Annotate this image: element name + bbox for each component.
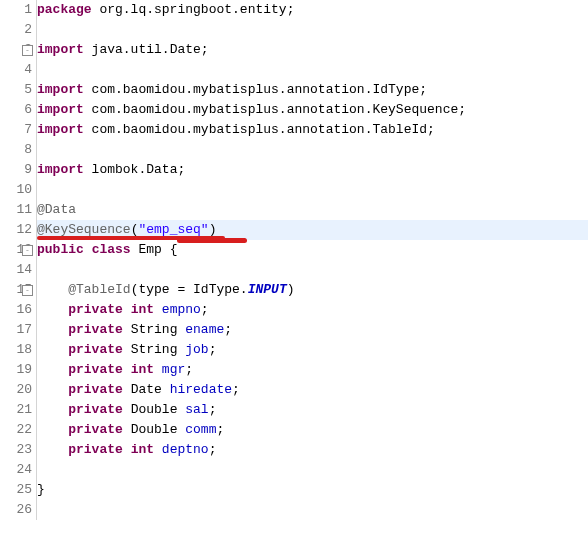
- line-number: 6: [0, 100, 32, 120]
- line-number: 18: [0, 340, 32, 360]
- line-number: 10: [0, 180, 32, 200]
- line-number: 17: [0, 320, 32, 340]
- code-line: package org.lq.springboot.entity;: [37, 0, 588, 20]
- line-number: 3-: [0, 40, 32, 60]
- line-number: 2: [0, 20, 32, 40]
- code-line: [37, 20, 588, 40]
- line-number: 14: [0, 260, 32, 280]
- line-number: 21: [0, 400, 32, 420]
- fold-toggle-icon[interactable]: -: [22, 45, 33, 56]
- fold-toggle-icon[interactable]: -: [22, 245, 33, 256]
- line-number: 12: [0, 220, 32, 240]
- code-line: private Double sal;: [37, 400, 588, 420]
- line-number: 11: [0, 200, 32, 220]
- code-line: [37, 140, 588, 160]
- code-line: @TableId(type = IdType.INPUT): [37, 280, 588, 300]
- code-line: [37, 260, 588, 280]
- line-number: 7: [0, 120, 32, 140]
- code-line: private String ename;: [37, 320, 588, 340]
- line-number: 5: [0, 80, 32, 100]
- line-number: 16: [0, 300, 32, 320]
- code-line: public class Emp {: [37, 240, 588, 260]
- code-line: import lombok.Data;: [37, 160, 588, 180]
- code-line: [37, 60, 588, 80]
- code-line: private Date hiredate;: [37, 380, 588, 400]
- code-line: [37, 460, 588, 480]
- code-line: private int empno;: [37, 300, 588, 320]
- fold-toggle-icon[interactable]: -: [22, 285, 33, 296]
- line-number: 24: [0, 460, 32, 480]
- line-number-gutter: 1 2 3- 4 5 6 7 8 9 10 11 12 13- 14 15- 1…: [0, 0, 37, 520]
- code-line: private String job;: [37, 340, 588, 360]
- line-number: 19: [0, 360, 32, 380]
- code-line: private int deptno;: [37, 440, 588, 460]
- code-line: private int mgr;: [37, 360, 588, 380]
- code-line: @Data: [37, 200, 588, 220]
- line-number: 22: [0, 420, 32, 440]
- code-line: import com.baomidou.mybatisplus.annotati…: [37, 80, 588, 100]
- line-number: 25: [0, 480, 32, 500]
- code-line: private Double comm;: [37, 420, 588, 440]
- line-number: 15-: [0, 280, 32, 300]
- code-line: }: [37, 480, 588, 500]
- line-number: 1: [0, 0, 32, 20]
- red-underline-annotation: [177, 238, 247, 243]
- line-number: 9: [0, 160, 32, 180]
- line-number: 13-: [0, 240, 32, 260]
- line-number: 4: [0, 60, 32, 80]
- code-line: import com.baomidou.mybatisplus.annotati…: [37, 100, 588, 120]
- line-number: 23: [0, 440, 32, 460]
- code-line: [37, 500, 588, 520]
- line-number: 26: [0, 500, 32, 520]
- code-line: import java.util.Date;: [37, 40, 588, 60]
- line-number: 8: [0, 140, 32, 160]
- code-editor: 1 2 3- 4 5 6 7 8 9 10 11 12 13- 14 15- 1…: [0, 0, 588, 520]
- code-line: [37, 180, 588, 200]
- line-number: 20: [0, 380, 32, 400]
- code-line: import com.baomidou.mybatisplus.annotati…: [37, 120, 588, 140]
- code-area[interactable]: package org.lq.springboot.entity; import…: [37, 0, 588, 520]
